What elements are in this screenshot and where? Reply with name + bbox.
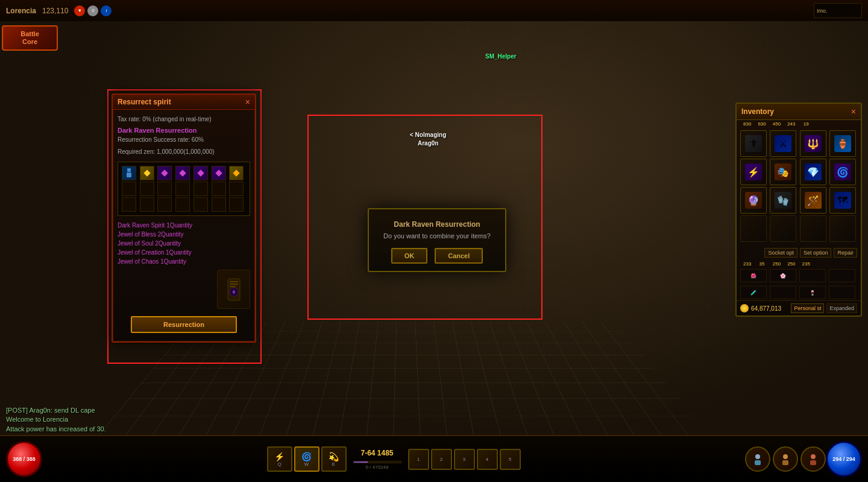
inv-num-0: 830 (740, 121, 754, 127)
resurrect-panel-title: Resurrect spirit (118, 98, 171, 106)
jewel-empty-8 (122, 197, 136, 212)
inv-small-slot-6[interactable]: 🍷 (799, 286, 826, 299)
inv-slot-15[interactable] (829, 215, 856, 242)
svg-rect-5 (230, 286, 236, 287)
jewel-empty-13 (212, 197, 226, 212)
icon-health: ♥ (74, 5, 85, 16)
icon-info: i (101, 5, 112, 16)
dialog-buttons: OK Cancel (376, 248, 498, 264)
success-rate: Resurrection Success rate: 60% (118, 135, 250, 145)
skill-slot-e[interactable]: 💫E (321, 446, 347, 472)
mana-value: 294 / 294 (832, 456, 855, 462)
inventory-close-button[interactable]: × (851, 107, 856, 116)
socket-opt-btn[interactable]: Socket opt (764, 248, 797, 258)
inv-num-4: 19 (799, 121, 813, 127)
svg-point-7 (755, 454, 760, 459)
inv-slot-5[interactable]: 🎭 (770, 159, 796, 185)
inv-small-slot-1[interactable]: 🌸 (770, 269, 796, 282)
inv-small-slot-4[interactable]: 🧪 (740, 286, 767, 299)
battle-core-logo[interactable]: Battle Core (2, 25, 58, 51)
inv-small-slot-0[interactable]: 🌺 (740, 269, 767, 282)
top-bar: Lorencia 123,110 ♥ 0 i (0, 0, 868, 21)
inv-slot-2[interactable]: 🔱 (800, 130, 826, 157)
dialog-body: Dark Raven Resurrection Do you want to c… (369, 209, 505, 271)
req-item-3: Jewel of Creation 1Quantity (118, 248, 250, 257)
inv-slot-1[interactable]: ⚔ (770, 130, 796, 157)
item-name: Dark Raven Resurrection (118, 127, 250, 134)
skill-slot-1[interactable]: 1 (408, 449, 429, 470)
inventory-tab-expanded[interactable]: Expanded (826, 303, 857, 313)
inv-num-9: 235 (799, 261, 813, 267)
set-option-btn[interactable]: Set option (800, 248, 832, 258)
resurrect-close-button[interactable]: × (245, 98, 250, 106)
chat-line-1: Welcome to Lorencia (6, 415, 187, 424)
skill-slot-q[interactable]: ⚡Q (267, 446, 292, 472)
requirements-list: Dark Raven Spirit 1Quantity Jewel of Ble… (118, 221, 250, 266)
jewel-slot-char (122, 166, 136, 180)
confirm-dialog: Dark Raven Resurrection Do you want to c… (368, 208, 506, 272)
jewel-slot-3 (193, 166, 208, 180)
jewel-empty-7 (229, 182, 244, 196)
inv-slot-0[interactable]: 🗡 (740, 130, 767, 157)
inv-slot-10[interactable]: 🪄 (800, 187, 826, 214)
dialog-cancel-button[interactable]: Cancel (435, 248, 483, 264)
skill-slot-2[interactable]: 2 (431, 449, 452, 470)
gold-amount: 64,877,013 (751, 305, 781, 312)
jewel-empty-11 (175, 197, 190, 212)
inv-slot-9[interactable]: 🧤 (770, 187, 796, 214)
inv-num-7: 250 (770, 261, 784, 267)
resurrect-panel-body: Tax rate: 0% (changed in real-time) Dark… (113, 110, 255, 341)
inventory-bottom: 64,877,013 Personal st Expanded (737, 300, 861, 316)
skill-slot-4[interactable]: 4 (477, 449, 498, 470)
svg-rect-12 (810, 460, 816, 465)
inv-small-slot-2[interactable] (799, 269, 826, 282)
inventory-tabs: Personal st Expanded (791, 303, 857, 313)
inv-slot-14[interactable] (800, 215, 826, 242)
jewel-empty-4 (175, 182, 190, 196)
repair-btn[interactable]: Repair (834, 248, 857, 258)
dialog-ok-button[interactable]: OK (391, 248, 428, 264)
jewel-empty-2 (140, 182, 154, 196)
skill-slot-w[interactable]: 🌀W (294, 446, 319, 472)
jewel-empty-14 (229, 197, 244, 212)
inv-slot-11[interactable]: 🗺 (829, 187, 856, 214)
inv-small-slot-7[interactable] (829, 286, 855, 299)
level-display: 7-64 1485 (353, 449, 401, 457)
health-orb: 388 / 388 (6, 441, 42, 477)
player-name: Lorencia (6, 7, 36, 15)
inv-num-5: 233 (740, 261, 754, 267)
inv-small-slot-3[interactable] (829, 269, 855, 282)
inv-slot-4[interactable]: ⚡ (740, 159, 767, 185)
player-label-arag: Arag0n (418, 140, 438, 147)
skill-slot-5[interactable]: 5 (500, 449, 521, 470)
inventory-actions: Socket opt Set option Repair (737, 246, 861, 260)
svg-point-9 (783, 454, 788, 459)
inv-num-1: 630 (755, 121, 769, 127)
req-item-4: Jewel of Chaos 1Quantity (118, 257, 250, 266)
inv-slot-7[interactable]: 🌀 (829, 159, 856, 185)
inventory-tab-personal[interactable]: Personal st (791, 303, 824, 313)
jewel-slot-gold (140, 166, 154, 180)
dialog-title: Dark Raven Resurrection (376, 220, 498, 229)
jewel-slot-1 (157, 166, 172, 180)
inv-slot-3[interactable]: 🏺 (829, 130, 856, 157)
svg-rect-10 (782, 460, 788, 465)
inv-slot-13[interactable] (770, 215, 796, 242)
inv-slot-6[interactable]: 💎 (800, 159, 826, 185)
jewel-empty-1 (122, 182, 136, 196)
inv-num-2: 450 (770, 121, 784, 127)
inv-small-slot-5[interactable] (770, 286, 796, 299)
player-label-nol: < Nolmaging (410, 132, 446, 138)
char-avatar-1 (745, 446, 770, 472)
tax-rate-text: Tax rate: 0% (changed in real-time) (118, 115, 250, 124)
jewel-slot-2 (175, 166, 190, 180)
resurrection-button[interactable]: Resurrection (131, 316, 237, 333)
inv-slot-8[interactable]: 🔮 (740, 187, 767, 214)
chat-line-2: Attack power has increased of 30. (6, 425, 187, 434)
dialog-message: Do you want to combine your items? (376, 232, 498, 239)
inventory-numbers: 830 630 450 243 19 (737, 120, 861, 127)
inv-slot-12[interactable] (740, 215, 767, 242)
skill-slot-3[interactable]: 3 (454, 449, 475, 470)
jewel-grid (118, 162, 250, 216)
svg-rect-4 (230, 284, 238, 285)
